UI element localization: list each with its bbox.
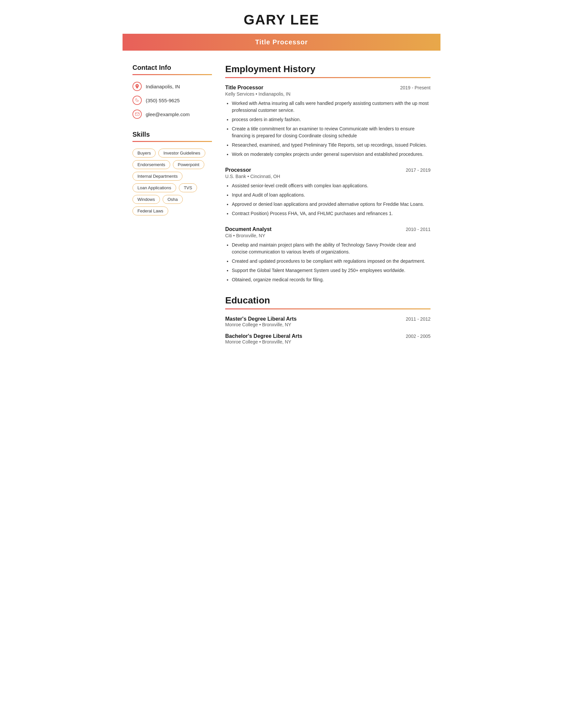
contact-phone: (350) 555-9625: [132, 96, 212, 105]
email-icon: [132, 110, 142, 119]
job-bullet: Develop and maintain project plans with …: [232, 242, 431, 255]
skills-divider: [132, 141, 212, 142]
main-layout: Contact Info Indianapolis, IN (350) 555-…: [122, 51, 441, 364]
skill-tag: Loan Applications: [132, 183, 176, 192]
edu-degree: Bachelor's Degree Liberal Arts: [225, 333, 303, 339]
main-content: Employment History Title Processor2019 -…: [225, 64, 431, 350]
phone-text: (350) 555-9625: [146, 98, 180, 103]
job-dates: 2010 - 2011: [406, 227, 431, 232]
title-bar: Title Processor: [122, 34, 441, 51]
job-bullet: Work on moderately complex projects unde…: [232, 151, 431, 158]
sidebar: Contact Info Indianapolis, IN (350) 555-…: [132, 64, 212, 350]
contact-divider: [132, 74, 212, 75]
job-bullets: Worked with Aetna insuring all calls wer…: [225, 100, 431, 158]
resume-header: GARY LEE: [122, 0, 441, 28]
education-divider: [225, 308, 431, 309]
job-entry: Title Processor2019 - PresentKelly Servi…: [225, 85, 431, 158]
job-bullet: Input and Audit of loan applications.: [232, 192, 431, 199]
job-entry: Document Analyst2010 - 2011Citi • Bronxv…: [225, 226, 431, 283]
skill-tag: Buyers: [132, 149, 156, 158]
jobs-container: Title Processor2019 - PresentKelly Servi…: [225, 85, 431, 283]
candidate-name: GARY LEE: [122, 12, 441, 28]
employment-divider: [225, 77, 431, 78]
job-bullet: Create a title commitment for an examine…: [232, 125, 431, 139]
job-title: Document Analyst: [225, 226, 271, 232]
location-text: Indianapolis, IN: [146, 84, 180, 89]
edu-container: Master's Degree Liberal Arts2011 - 2012M…: [225, 316, 431, 344]
contact-heading: Contact Info: [132, 64, 212, 71]
job-dates: 2017 - 2019: [406, 167, 431, 173]
contact-location: Indianapolis, IN: [132, 82, 212, 91]
job-bullets: Develop and maintain project plans with …: [225, 242, 431, 283]
job-company: Kelly Services • Indianapolis, IN: [225, 91, 431, 97]
skill-tag: Internal Departments: [132, 172, 182, 181]
employment-heading: Employment History: [225, 64, 431, 74]
job-company: Citi • Bronxville, NY: [225, 233, 431, 238]
job-header: Document Analyst2010 - 2011: [225, 226, 431, 232]
edu-header: Bachelor's Degree Liberal Arts2002 - 200…: [225, 333, 431, 339]
edu-dates: 2002 - 2005: [406, 334, 431, 339]
skills-section: Skills BuyersInvestor GuidelinesEndorsem…: [132, 131, 212, 215]
skill-tag: Powerpoint: [173, 160, 204, 169]
education-section: Education Master's Degree Liberal Arts20…: [225, 295, 431, 344]
job-bullet: Obtained, organize medical records for f…: [232, 276, 431, 283]
job-bullet: Assisted senior-level credit officers wi…: [232, 182, 431, 189]
job-bullet: Contract Position) Process FHA, VA, and …: [232, 210, 431, 217]
job-bullets: Assisted senior-level credit officers wi…: [225, 182, 431, 217]
edu-school: Monroe College • Bronxville, NY: [225, 339, 431, 344]
job-bullet: Approved or denied loan applications and…: [232, 201, 431, 208]
phone-icon: [132, 96, 142, 105]
job-dates: 2019 - Present: [400, 85, 431, 90]
location-icon: [132, 82, 142, 91]
skill-tag: Endorsements: [132, 160, 170, 169]
email-text: glee@example.com: [146, 112, 190, 117]
contact-email: glee@example.com: [132, 110, 212, 119]
skill-tag: Windows: [132, 195, 160, 204]
job-header: Title Processor2019 - Present: [225, 85, 431, 91]
job-header: Processor2017 - 2019: [225, 167, 431, 173]
job-title: Processor: [225, 167, 251, 173]
job-bullet: Worked with Aetna insuring all calls wer…: [232, 100, 431, 114]
skill-tag: Investor Guidelines: [158, 149, 205, 158]
edu-entry: Bachelor's Degree Liberal Arts2002 - 200…: [225, 333, 431, 344]
employment-section: Employment History Title Processor2019 -…: [225, 64, 431, 283]
edu-degree: Master's Degree Liberal Arts: [225, 316, 297, 322]
edu-header: Master's Degree Liberal Arts2011 - 2012: [225, 316, 431, 322]
job-bullet: Support the Global Talent Management Sys…: [232, 267, 431, 274]
skill-tag: Federal Laws: [132, 206, 168, 215]
skill-tag: TVS: [179, 183, 197, 192]
edu-school: Monroe College • Bronxville, NY: [225, 322, 431, 327]
job-title-header: Title Processor: [255, 38, 308, 46]
job-entry: Processor2017 - 2019U.S. Bank • Cincinna…: [225, 167, 431, 217]
job-title: Title Processor: [225, 85, 263, 91]
job-company: U.S. Bank • Cincinnati, OH: [225, 174, 431, 179]
edu-entry: Master's Degree Liberal Arts2011 - 2012M…: [225, 316, 431, 327]
skill-tag: Osha: [163, 195, 183, 204]
edu-dates: 2011 - 2012: [406, 316, 431, 322]
job-bullet: Researched, examined, and typed Prelimin…: [232, 142, 431, 149]
skills-tags-container: BuyersInvestor GuidelinesEndorsementsPow…: [132, 149, 212, 215]
skills-heading: Skills: [132, 131, 212, 138]
job-bullet: Created and updated procedures to be com…: [232, 258, 431, 265]
education-heading: Education: [225, 295, 431, 306]
job-bullet: process orders in atimely fashion.: [232, 116, 431, 123]
